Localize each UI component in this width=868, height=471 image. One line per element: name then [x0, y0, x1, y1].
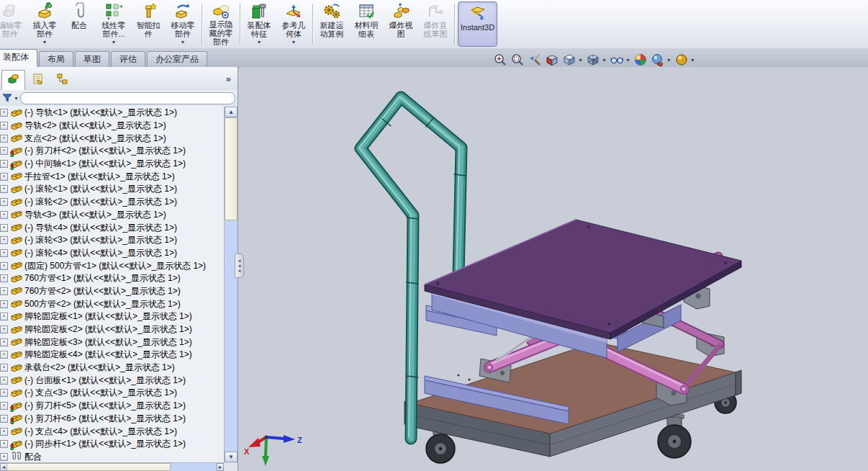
- expand-toggle[interactable]: +: [0, 402, 8, 410]
- cmd-bill-of-materials-button[interactable]: 材料明细表: [349, 0, 384, 48]
- model-canvas[interactable]: Z X: [239, 67, 868, 471]
- view-settings-icon[interactable]: [674, 53, 689, 67]
- expand-toggle[interactable]: +: [0, 135, 8, 143]
- zoom-to-area-icon[interactable]: [510, 53, 525, 67]
- expand-toggle[interactable]: +: [0, 109, 8, 117]
- filter-dropdown-arrow-icon[interactable]: ▼: [14, 96, 19, 101]
- cmd-mate-button[interactable]: 配合: [62, 0, 96, 48]
- filter-funnel-icon[interactable]: [2, 93, 12, 103]
- cmd-edit-component-button[interactable]: 编辑零部件: [0, 0, 27, 48]
- tree-item[interactable]: +(-) 滚轮<3> (默认<<默认>_显示状态 1>): [0, 234, 224, 247]
- cmd-linear-component-pattern-button[interactable]: 线性零部件...▼: [96, 0, 131, 48]
- scroll-down-button[interactable]: ▼: [225, 452, 238, 462]
- tree-item[interactable]: +760方管<1> (默认<<默认>_显示状态 1>): [0, 272, 224, 285]
- dropdown-arrow-icon[interactable]: ▼: [666, 58, 672, 63]
- expand-toggle[interactable]: +: [0, 147, 8, 155]
- panel-expand-chevron-icon[interactable]: »: [226, 73, 231, 84]
- expand-toggle[interactable]: +: [0, 173, 8, 181]
- cmd-smart-fasteners-button[interactable]: 智能扣件: [131, 0, 166, 48]
- dropdown-arrow-icon[interactable]: ▼: [602, 58, 607, 63]
- tree-item[interactable]: +(-) 滚轮<2> (默认<<默认>_显示状态 1>): [0, 196, 224, 209]
- expand-toggle[interactable]: +: [0, 428, 8, 436]
- expand-toggle[interactable]: +: [0, 198, 8, 206]
- expand-toggle[interactable]: +: [0, 262, 8, 270]
- tab-评估[interactable]: 评估: [111, 51, 145, 67]
- expand-toggle[interactable]: +: [0, 211, 8, 219]
- cmd-move-component-button[interactable]: 移动零部件▼: [166, 0, 200, 48]
- tree-item[interactable]: +(固定) 500方管<1> (默认<<默认>_显示状态 1>): [0, 259, 224, 272]
- featuremanager-tree-tab[interactable]: [1, 70, 25, 90]
- apply-scene-icon[interactable]: [651, 53, 665, 67]
- expand-toggle[interactable]: +: [0, 122, 8, 130]
- tree-item[interactable]: +(-) 剪刀杆<6> (默认<<默认>_显示状态 1>): [0, 413, 224, 426]
- expand-toggle[interactable]: +: [0, 453, 8, 461]
- tree-item[interactable]: +(-) 中间轴<1> (默认<<默认>_显示状态 1>): [0, 158, 224, 171]
- tree-item[interactable]: +脚轮固定板<4> (默认<<默认>_显示状态 1>): [0, 349, 224, 362]
- expand-toggle[interactable]: +: [0, 224, 8, 232]
- cmd-instant3d-button[interactable]: Instant3D: [458, 1, 497, 47]
- configurationmanager-tab[interactable]: [50, 70, 74, 90]
- expand-toggle[interactable]: +: [0, 300, 8, 308]
- expand-toggle[interactable]: +: [0, 389, 8, 397]
- tree-item[interactable]: +脚轮固定板<2> (默认<<默认>_显示状态 1>): [0, 323, 224, 336]
- cmd-new-motion-study-button[interactable]: 新建运动算例: [315, 0, 349, 48]
- scroll-up-button[interactable]: ▲: [225, 107, 238, 117]
- hide-show-items-icon[interactable]: [610, 53, 624, 67]
- expand-toggle[interactable]: +: [0, 185, 8, 193]
- tab-装配体[interactable]: 装配体: [0, 49, 37, 67]
- zoom-to-fit-icon[interactable]: [493, 53, 507, 67]
- tree-item[interactable]: +(-) 滚轮<4> (默认<<默认>_显示状态 1>): [0, 247, 224, 260]
- tree-item[interactable]: +760方管<2> (默认<<默认>_显示状态 1>): [0, 285, 224, 298]
- tab-布局[interactable]: 布局: [39, 51, 73, 67]
- horizontal-scroll-thumb[interactable]: [6, 463, 171, 471]
- tree-item[interactable]: +配合: [0, 451, 224, 462]
- tree-item[interactable]: +(-) 支点<4> (默认<<默认>_显示状态 1>): [0, 425, 224, 438]
- expand-toggle[interactable]: +: [0, 313, 8, 320]
- cmd-show-hidden-components-button[interactable]: 显示隐藏的零部件▼: [204, 0, 238, 48]
- tab-草图[interactable]: 草图: [75, 51, 109, 67]
- dropdown-arrow-icon[interactable]: ▼: [181, 40, 186, 45]
- expand-toggle[interactable]: +: [0, 440, 8, 448]
- tab-办公室产品[interactable]: 办公室产品: [147, 51, 207, 67]
- dropdown-arrow-icon[interactable]: ▼: [112, 40, 117, 45]
- cmd-insert-component-button[interactable]: 插入零部件▼: [27, 0, 62, 48]
- graphics-viewport[interactable]: Z X: [239, 67, 868, 471]
- panel-splitter-handle[interactable]: ◄◄◄: [235, 254, 244, 278]
- expand-toggle[interactable]: +: [0, 338, 8, 346]
- tree-item[interactable]: +脚轮固定板<1> (默认<<默认>_显示状态 1>): [0, 310, 224, 323]
- tree-horizontal-scrollbar[interactable]: ◄ ►: [0, 462, 224, 471]
- section-view-icon[interactable]: [545, 53, 559, 67]
- expand-toggle[interactable]: +: [0, 274, 8, 282]
- view-orientation-icon[interactable]: [562, 53, 577, 67]
- tree-item[interactable]: +(-) 台面板<1> (默认<<默认>_显示状态 1>): [0, 374, 224, 387]
- cmd-explode-line-sketch-button[interactable]: 爆炸直线草图: [418, 0, 453, 48]
- edit-appearance-icon[interactable]: [633, 53, 648, 67]
- vertical-scroll-thumb[interactable]: [225, 117, 238, 220]
- dropdown-arrow-icon[interactable]: ▼: [625, 58, 630, 63]
- expand-toggle[interactable]: +: [0, 160, 8, 168]
- dropdown-arrow-icon[interactable]: ▼: [291, 40, 297, 45]
- dropdown-arrow-icon[interactable]: ▼: [42, 40, 48, 45]
- cmd-assembly-features-button[interactable]: 装配体特征▼: [242, 0, 276, 48]
- expand-toggle[interactable]: +: [0, 364, 8, 372]
- expand-toggle[interactable]: +: [0, 415, 8, 423]
- tree-item[interactable]: +(-) 导轨<1> (默认<<默认>_显示状态 1>): [0, 107, 224, 120]
- expand-toggle[interactable]: +: [0, 377, 8, 385]
- tree-item[interactable]: +脚轮固定板<3> (默认<<默认>_显示状态 1>): [0, 336, 224, 349]
- tree-item[interactable]: +导轨<2> (默认<<默认>_显示状态 1>): [0, 120, 224, 133]
- tree-item[interactable]: +手拉管<1> (默认<<默认>_显示状态 1>): [0, 170, 224, 183]
- cmd-reference-geometry-button[interactable]: 参考几何体▼: [276, 0, 311, 48]
- tree-vertical-scrollbar[interactable]: ▲ ▼: [224, 107, 238, 462]
- tree-item[interactable]: +导轨<3> (默认<<默认>_显示状态 1>): [0, 209, 224, 222]
- expand-toggle[interactable]: +: [0, 351, 8, 359]
- tree-item[interactable]: +(-) 支点<3> (默认<<默认>_显示状态 1>): [0, 387, 224, 400]
- expand-toggle[interactable]: +: [0, 326, 8, 333]
- tree-item[interactable]: +(-) 剪刀杆<2> (默认<<默认>_显示状态 1>): [0, 145, 224, 158]
- tree-item[interactable]: +(-) 剪刀杆<5> (默认<<默认>_显示状态 1>): [0, 400, 224, 413]
- tree-item[interactable]: +(-) 同步杆<1> (默认<<默认>_显示状态 1>): [0, 438, 224, 451]
- tree-item[interactable]: +(-) 滚轮<1> (默认<<默认>_显示状态 1>): [0, 183, 224, 196]
- expand-toggle[interactable]: +: [0, 249, 8, 257]
- tree-item[interactable]: +(-) 导轨<4> (默认<<默认>_显示状态 1>): [0, 221, 224, 234]
- tree-item[interactable]: +支点<2> (默认<<默认>_显示状态 1>): [0, 132, 224, 145]
- display-style-icon[interactable]: [586, 53, 600, 67]
